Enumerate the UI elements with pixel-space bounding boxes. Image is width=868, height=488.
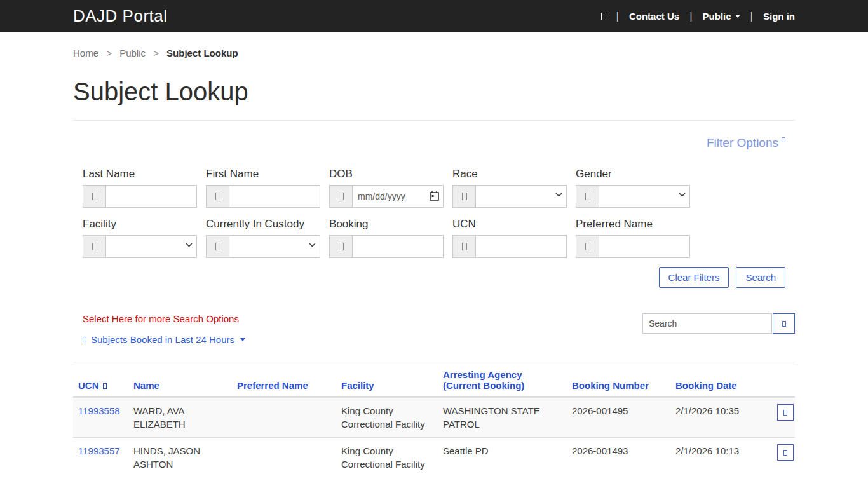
col-header-preferred-name[interactable]: Preferred Name — [232, 363, 336, 398]
gender-select[interactable] — [599, 185, 690, 208]
field-gender: Gender — [576, 168, 690, 208]
race-addon-icon — [452, 185, 475, 208]
subject-facility: King County Correctional Facility — [341, 404, 431, 431]
col-header-booking-number[interactable]: Booking Number — [567, 363, 670, 398]
breadcrumb-current: Subject Lookup — [166, 48, 238, 58]
detail-icon — [783, 410, 787, 416]
row-detail-button[interactable] — [777, 444, 794, 461]
ucn-input[interactable] — [475, 235, 567, 258]
booking-number: 2026-001493 — [572, 445, 628, 456]
field-last-name: Last Name — [83, 168, 197, 208]
preferred-name-label: Preferred Name — [576, 218, 690, 231]
ucn-addon-icon — [452, 235, 475, 258]
nav-divider: | — [689, 10, 692, 23]
search-button[interactable]: Search — [736, 267, 785, 288]
col-header-facility[interactable]: Facility — [336, 363, 438, 398]
dob-label: DOB — [329, 168, 444, 180]
list-controls: Select Here for more Search Options Subj… — [73, 313, 795, 345]
search-icon — [601, 13, 606, 20]
gender-addon-icon — [576, 185, 599, 208]
field-booking: Booking — [329, 218, 444, 258]
clock-icon — [83, 337, 86, 342]
chevron-down-icon — [240, 338, 245, 341]
table-search-button[interactable] — [773, 313, 795, 334]
booking-number: 2026-001495 — [572, 405, 628, 416]
col-header-booking-date[interactable]: Booking Date — [670, 363, 772, 398]
sort-icon — [103, 383, 107, 389]
table-search — [642, 313, 795, 334]
filter-panel: Filter Options Last Name First Name — [73, 136, 795, 288]
breadcrumb-public[interactable]: Public — [119, 48, 146, 58]
search-icon — [782, 321, 786, 327]
booking-addon-icon — [329, 235, 352, 258]
page-title: Subject Lookup — [73, 78, 795, 106]
table-header-row: UCN Name Preferred Name Facility Arresti… — [73, 363, 795, 398]
clear-filters-button[interactable]: Clear Filters — [659, 267, 729, 288]
dob-input[interactable] — [352, 185, 444, 208]
top-navigation: | Contact Us | Public | Sign in — [601, 10, 795, 23]
field-first-name: First Name — [206, 168, 320, 208]
row-detail-button[interactable] — [777, 404, 794, 421]
breadcrumb-separator: > — [153, 48, 159, 58]
last-name-label: Last Name — [83, 168, 197, 180]
arresting-agency: Seattle PD — [443, 444, 489, 458]
booking-label: Booking — [329, 218, 444, 231]
booking-date: 2/1/2026 10:35 — [675, 405, 739, 416]
person-icon — [206, 185, 229, 208]
facility-select[interactable] — [105, 235, 197, 258]
subject-name: HINDS, JASON ASHTON — [133, 444, 205, 471]
field-dob: DOB — [329, 168, 444, 208]
nav-divider: | — [750, 10, 753, 23]
filter-form: Last Name First Name DOB — [83, 168, 785, 258]
field-race: Race — [452, 168, 567, 208]
ucn-link[interactable]: 11993557 — [78, 445, 120, 456]
table-search-input[interactable] — [642, 313, 772, 334]
person-icon — [83, 185, 105, 208]
nav-sign-in[interactable]: Sign in — [763, 11, 795, 22]
booking-date: 2/1/2026 10:13 — [675, 445, 739, 456]
ucn-label: UCN — [452, 218, 567, 231]
breadcrumb: Home > Public > Subject Lookup — [73, 32, 795, 58]
detail-icon — [783, 450, 787, 456]
nav-public-dropdown[interactable]: Public — [703, 11, 740, 22]
facility-label: Facility — [83, 218, 197, 231]
ucn-link[interactable]: 11993558 — [78, 405, 120, 416]
booked-last-24-hours-toggle[interactable]: Subjects Booked in Last 24 Hours — [83, 334, 245, 345]
filter-options-toggle[interactable]: Filter Options — [707, 136, 785, 149]
nav-contact-us[interactable]: Contact Us — [629, 11, 679, 22]
field-in-custody: Currently In Custody — [206, 218, 320, 258]
top-navbar: DAJD Portal | Contact Us | Public | Sign… — [0, 0, 868, 32]
in-custody-label: Currently In Custody — [206, 218, 320, 231]
col-header-arresting-agency[interactable]: Arresting Agency (Current Booking) — [438, 363, 567, 398]
subject-facility: King County Correctional Facility — [341, 444, 431, 471]
col-header-actions — [772, 363, 795, 398]
arresting-agency: WASHINGTON STATE PATROL — [443, 404, 554, 431]
booking-input[interactable] — [352, 235, 444, 258]
field-ucn: UCN — [452, 218, 567, 258]
subject-name: WARD, AVA ELIZABETH — [133, 404, 205, 431]
race-select[interactable] — [475, 185, 567, 208]
more-search-options-link[interactable]: Select Here for more Search Options — [83, 313, 245, 324]
last-name-input[interactable] — [105, 185, 197, 208]
col-header-name[interactable]: Name — [128, 363, 232, 398]
first-name-label: First Name — [206, 168, 320, 180]
gender-label: Gender — [576, 168, 690, 180]
breadcrumb-home[interactable]: Home — [73, 48, 98, 58]
in-custody-select[interactable] — [229, 235, 320, 258]
title-divider — [73, 120, 795, 121]
first-name-input[interactable] — [229, 185, 320, 208]
header-search-icon[interactable] — [601, 13, 606, 20]
breadcrumb-separator: > — [106, 48, 112, 58]
results-table: UCN Name Preferred Name Facility Arresti… — [73, 363, 795, 477]
preferred-name-addon-icon — [576, 235, 599, 258]
calendar-addon-icon — [329, 185, 352, 208]
brand-logo[interactable]: DAJD Portal — [73, 6, 168, 26]
preferred-name-input[interactable] — [599, 235, 690, 258]
table-row: 11993558 WARD, AVA ELIZABETH King County… — [73, 397, 795, 438]
collapse-icon — [782, 137, 785, 142]
col-header-ucn[interactable]: UCN — [73, 363, 128, 398]
field-facility: Facility — [83, 218, 197, 258]
nav-divider: | — [616, 10, 619, 23]
building-icon — [83, 235, 105, 258]
field-preferred-name: Preferred Name — [576, 218, 690, 258]
